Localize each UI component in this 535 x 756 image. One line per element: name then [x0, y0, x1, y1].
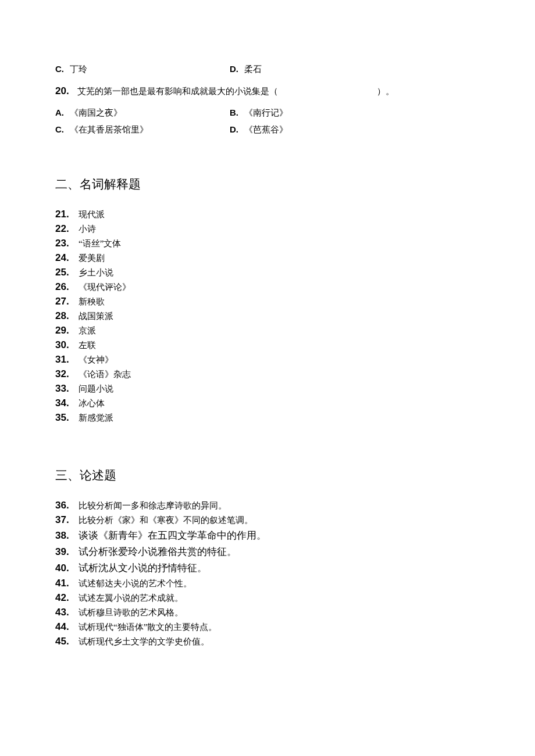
choice-letter: C. [55, 64, 64, 74]
item-number: 27. [55, 296, 72, 307]
question-20: 20. 艾芜的第一部也是最有影响和成就最大的小说集是（ ）。 [55, 85, 480, 97]
list-item: 34.冰心体 [55, 397, 480, 409]
item-text: 乡土小说 [79, 267, 113, 278]
question-number: 20. [55, 85, 69, 97]
stem-text: 艾芜的第一部也是最有影响和成就最大的小说集是（ [77, 86, 278, 97]
blank-closing: ）。 [278, 86, 394, 97]
item-text: 战国策派 [79, 311, 113, 322]
list-item: 37.比较分析《家》和《寒夜》不同的叙述笔调。 [55, 514, 480, 526]
choice-d: D. 柔石 [230, 64, 262, 75]
choice-a: A. 《南国之夜》 [55, 108, 230, 119]
list-item: 25.乡土小说 [55, 267, 480, 278]
choice-c: C. 《在其香居茶馆里》 [55, 124, 230, 135]
choice-text: 丁玲 [70, 64, 87, 75]
item-text: “语丝”文体 [79, 238, 121, 249]
item-text: 《论语》杂志 [79, 369, 131, 380]
item-text: 谈谈《新青年》在五四文学革命中的作用。 [79, 529, 266, 542]
item-number: 37. [55, 514, 72, 526]
item-number: 40. [55, 562, 72, 574]
list-item: 29.京派 [55, 325, 480, 336]
item-number: 43. [55, 607, 72, 618]
item-number: 42. [55, 592, 72, 604]
item-text: 新感觉派 [79, 413, 113, 424]
list-item: 28.战国策派 [55, 310, 480, 322]
item-text: 试述郁达夫小说的艺术个性。 [79, 578, 192, 589]
choice-letter: D. [230, 124, 238, 134]
item-number: 34. [55, 397, 72, 409]
list-item: 33.问题小说 [55, 383, 480, 395]
choice-letter: C. [55, 124, 64, 134]
item-number: 39. [55, 546, 72, 558]
choice-text: 《南国之夜》 [70, 108, 122, 119]
choice-text: 柔石 [244, 64, 262, 75]
item-number: 28. [55, 310, 72, 322]
item-number: 45. [55, 636, 72, 647]
item-text: 《女神》 [79, 354, 113, 366]
item-number: 23. [55, 238, 72, 249]
section-3-title: 三、论述题 [55, 467, 480, 483]
list-item: 24.爱美剧 [55, 252, 480, 264]
q20-choices: A. 《南国之夜》 B. 《南行记》 C. 《在其香居茶馆里》 D. 《芭蕉谷》 [55, 108, 480, 135]
item-number: 26. [55, 281, 72, 293]
item-text: 比较分析闻一多和徐志摩诗歌的异同。 [79, 500, 227, 511]
item-text: 试析现代乡土文学的文学史价值。 [79, 636, 209, 647]
list-item: 30.左联 [55, 339, 480, 351]
item-number: 22. [55, 223, 72, 235]
item-text: 左联 [79, 340, 96, 351]
item-text: 新秧歌 [79, 296, 105, 307]
item-text: 试析沈从文小说的抒情特征。 [79, 561, 207, 575]
item-text: 现代派 [79, 209, 105, 220]
list-item: 35.新感觉派 [55, 412, 480, 424]
item-text: 试分析张爱玲小说雅俗共赏的特征。 [79, 545, 237, 558]
list-item: 21.现代派 [55, 209, 480, 220]
item-number: 24. [55, 252, 72, 264]
item-number: 35. [55, 412, 72, 424]
list-item: 40.试析沈从文小说的抒情特征。 [55, 561, 480, 575]
list-item: 22.小诗 [55, 223, 480, 235]
list-item: 31.《女神》 [55, 354, 480, 366]
choice-text: 《芭蕉谷》 [244, 124, 288, 135]
item-number: 41. [55, 578, 72, 589]
choice-letter: B. [230, 108, 238, 117]
list-item: 32.《论语》杂志 [55, 368, 480, 380]
choice-text: 《在其香居茶馆里》 [70, 124, 148, 135]
item-text: 试析穆旦诗歌的艺术风格。 [79, 607, 183, 618]
item-text: 比较分析《家》和《寒夜》不同的叙述笔调。 [79, 515, 253, 526]
list-item: 38.谈谈《新青年》在五四文学革命中的作用。 [55, 529, 480, 542]
item-text: 爱美剧 [79, 253, 105, 264]
list-item: 26.《现代评论》 [55, 281, 480, 293]
item-text: 《现代评论》 [79, 282, 131, 293]
q20-choices-cd: C. 《在其香居茶馆里》 D. 《芭蕉谷》 [55, 124, 480, 135]
item-text: 试述左翼小说的艺术成就。 [79, 593, 183, 604]
item-number: 30. [55, 339, 72, 351]
item-text: 小诗 [79, 224, 96, 235]
section-2-list: 21.现代派22.小诗23.“语丝”文体24.爱美剧25.乡土小说26.《现代评… [55, 209, 480, 424]
item-number: 33. [55, 383, 72, 395]
choice-c: C. 丁玲 [55, 64, 230, 75]
item-number: 31. [55, 354, 72, 366]
item-text: 冰心体 [79, 398, 105, 409]
choice-text: 《南行记》 [244, 108, 288, 119]
item-number: 21. [55, 209, 72, 220]
item-number: 36. [55, 500, 72, 511]
choice-letter: A. [55, 108, 64, 117]
list-item: 45.试析现代乡土文学的文学史价值。 [55, 636, 480, 647]
q20-choices-ab: A. 《南国之夜》 B. 《南行记》 [55, 108, 480, 119]
item-text: 试析现代“独语体”散文的主要特点。 [79, 622, 217, 633]
list-item: 43.试析穆旦诗歌的艺术风格。 [55, 607, 480, 618]
item-number: 38. [55, 530, 72, 542]
list-item: 27.新秧歌 [55, 296, 480, 307]
choice-d: D. 《芭蕉谷》 [230, 124, 288, 135]
list-item: 41.试述郁达夫小说的艺术个性。 [55, 578, 480, 589]
section-3-list: 36.比较分析闻一多和徐志摩诗歌的异同。37.比较分析《家》和《寒夜》不同的叙述… [55, 500, 480, 647]
choice-b: B. 《南行记》 [230, 108, 288, 119]
list-item: 39.试分析张爱玲小说雅俗共赏的特征。 [55, 545, 480, 558]
item-text: 京派 [79, 325, 96, 336]
question-stem: 艾芜的第一部也是最有影响和成就最大的小说集是（ ）。 [77, 86, 394, 97]
list-item: 42.试述左翼小说的艺术成就。 [55, 592, 480, 604]
list-item: 36.比较分析闻一多和徐志摩诗歌的异同。 [55, 500, 480, 511]
section-2-title: 二、名词解释题 [55, 176, 480, 192]
choice-letter: D. [230, 64, 238, 74]
q19-choices-cd: C. 丁玲 D. 柔石 [55, 64, 480, 75]
list-item: 23.“语丝”文体 [55, 238, 480, 249]
